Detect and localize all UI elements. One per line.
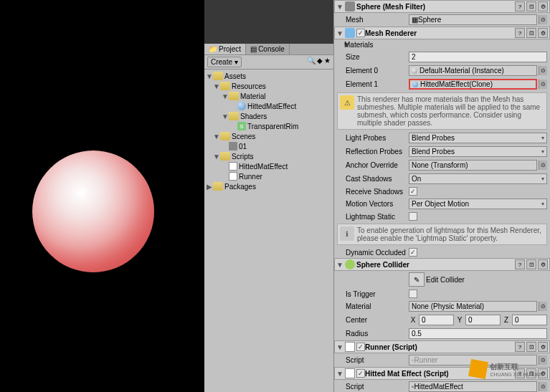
tab-label: Console: [258, 45, 285, 53]
gear-icon[interactable]: ⚙: [538, 28, 548, 38]
star-icon[interactable]: ★: [324, 57, 331, 67]
mesh-row: Mesh ▦ Sphere⊙: [334, 13, 550, 27]
tree-hitted-mat[interactable]: HittedMatEffect: [204, 101, 333, 111]
size-row: Size 2: [334, 50, 550, 64]
scene-viewport[interactable]: [0, 0, 204, 392]
tree-scripts[interactable]: ▼Scripts: [204, 151, 333, 161]
gear-icon[interactable]: ⚙: [538, 368, 548, 378]
gear-icon[interactable]: ⚙: [538, 342, 548, 352]
runner-script-field[interactable]: ▫ Runner: [409, 355, 537, 365]
preset-icon[interactable]: ⊡: [526, 1, 536, 11]
help-icon[interactable]: ?: [515, 259, 525, 269]
tree-material[interactable]: ▼Material: [204, 91, 333, 101]
tab-project[interactable]: 📁Project: [204, 44, 246, 54]
physmat-field[interactable]: None (Physic Material): [409, 301, 537, 312]
center-y-field[interactable]: 0: [465, 315, 501, 325]
preset-icon[interactable]: ⊡: [526, 259, 536, 269]
label: Z: [502, 316, 511, 324]
hitted-script-header[interactable]: ▼ Hitted Mat Effect (Script) ?⊡⚙: [334, 367, 550, 380]
object-picker-icon[interactable]: ⊙: [539, 80, 547, 89]
fold-icon[interactable]: ▼: [336, 370, 343, 378]
motion-row: Motion VectorsPer Object Motion: [334, 197, 550, 211]
tree-scene-01[interactable]: 01: [204, 141, 333, 151]
motion-dropdown[interactable]: Per Object Motion: [409, 199, 547, 209]
fold-icon[interactable]: ▼: [337, 41, 344, 49]
label: Light Probes: [337, 134, 409, 142]
asset-tree[interactable]: ▼Assets ▼Resources ▼Material HittedMatEf…: [204, 70, 333, 392]
edit-collider-button[interactable]: ✎: [409, 272, 425, 287]
size-field[interactable]: 2: [409, 52, 547, 62]
object-picker-icon[interactable]: ⊙: [539, 355, 547, 365]
element1-field[interactable]: HittedMatEffect(Clone): [409, 79, 537, 90]
info-icon: ℹ: [340, 226, 354, 241]
physmat-row: MaterialNone (Physic Material)⊙: [334, 300, 550, 313]
object-picker-icon[interactable]: ⊙: [539, 302, 547, 311]
preset-icon[interactable]: ⊡: [526, 28, 536, 38]
reflection-probes-dropdown[interactable]: Blend Probes: [409, 146, 547, 157]
gear-icon[interactable]: ⚙: [538, 1, 548, 11]
preset-icon[interactable]: ⊡: [526, 368, 536, 378]
enable-checkbox[interactable]: [356, 369, 365, 378]
hitted-script-field[interactable]: ▫ HittedMatEffect: [409, 381, 537, 392]
help-icon[interactable]: ?: [515, 368, 525, 378]
tree-transparent-rim[interactable]: STransparentRim: [204, 121, 333, 131]
label: Script: [337, 356, 409, 364]
receive-shadows-checkbox[interactable]: [409, 187, 417, 196]
tree-scenes[interactable]: ▼Scenes: [204, 131, 333, 141]
tree-assets[interactable]: ▼Assets: [204, 71, 333, 81]
dynamic-occluded-checkbox[interactable]: [409, 248, 417, 257]
tab-console[interactable]: ▤Console: [246, 44, 290, 54]
sphere-collider-header[interactable]: ▼ Sphere Collider ?⊡⚙: [334, 258, 550, 271]
tree-shaders[interactable]: ▼Shaders: [204, 111, 333, 121]
folder-icon: [220, 132, 230, 140]
label: Reflection Probes: [337, 148, 409, 156]
tree-label: Scripts: [232, 153, 254, 161]
object-picker-icon[interactable]: ⊙: [539, 382, 547, 391]
help-icon[interactable]: ?: [515, 1, 525, 11]
create-button[interactable]: Create ▾: [207, 57, 242, 67]
preset-icon[interactable]: ⊡: [526, 342, 536, 352]
mesh-field[interactable]: ▦ Sphere: [409, 14, 537, 25]
tree-label: HittedMatEffect: [239, 163, 288, 171]
fold-icon[interactable]: ▼: [336, 3, 343, 11]
label: Mesh: [337, 16, 409, 24]
tree-packages[interactable]: ▶Packages: [204, 181, 333, 191]
fold-icon[interactable]: ▼: [336, 29, 343, 37]
search-icon[interactable]: 🔍: [307, 57, 316, 67]
help-icon[interactable]: ?: [515, 342, 525, 352]
enable-checkbox[interactable]: [356, 343, 365, 351]
script-icon: [229, 162, 237, 171]
tree-script-runner[interactable]: Runner: [204, 171, 333, 181]
mesh-renderer-header[interactable]: ▼ Mesh Renderer ?⊡⚙: [334, 27, 550, 39]
is-trigger-checkbox[interactable]: [409, 290, 417, 298]
component-title: Runner (Script): [365, 343, 515, 351]
center-x-field[interactable]: 0: [419, 315, 454, 325]
help-icon[interactable]: ?: [515, 28, 525, 38]
gear-icon[interactable]: ⚙: [538, 259, 548, 269]
filter-icon[interactable]: ◆: [317, 57, 323, 67]
runner-header[interactable]: ▼ Runner (Script) ?⊡⚙: [334, 340, 550, 353]
fold-icon[interactable]: ▼: [336, 343, 343, 351]
element0-field[interactable]: Default-Material (Instance): [409, 65, 537, 76]
object-picker-icon[interactable]: ⊙: [539, 15, 547, 24]
object-picker-icon[interactable]: ⊙: [539, 66, 547, 75]
object-picker-icon[interactable]: ⊙: [539, 161, 547, 170]
material-icon: [237, 102, 246, 110]
folder-icon: [229, 112, 239, 120]
component-title: Hitted Mat Effect (Script): [365, 370, 515, 378]
tree-resources[interactable]: ▼Resources: [204, 81, 333, 91]
light-probes-dropdown[interactable]: Blend Probes: [409, 133, 547, 143]
tree-script-hitted[interactable]: HittedMatEffect: [204, 161, 333, 171]
center-z-field[interactable]: 0: [512, 315, 547, 325]
cast-shadows-dropdown[interactable]: On: [409, 173, 547, 184]
mesh-renderer-icon: [345, 28, 355, 38]
anchor-field[interactable]: None (Transform): [409, 160, 537, 171]
lightmap-info-box: ℹ To enable generation of lightmaps for …: [337, 224, 547, 245]
enable-checkbox[interactable]: [356, 29, 365, 37]
fold-icon[interactable]: ▼: [336, 261, 343, 269]
mesh-filter-header[interactable]: ▼ Sphere (Mesh Filter) ?⊡⚙: [334, 0, 550, 13]
label: Y: [455, 316, 464, 324]
info-text: To enable generation of lightmaps for th…: [357, 226, 544, 242]
lightmap-checkbox[interactable]: [409, 212, 417, 221]
radius-field[interactable]: 0.5: [409, 328, 547, 339]
